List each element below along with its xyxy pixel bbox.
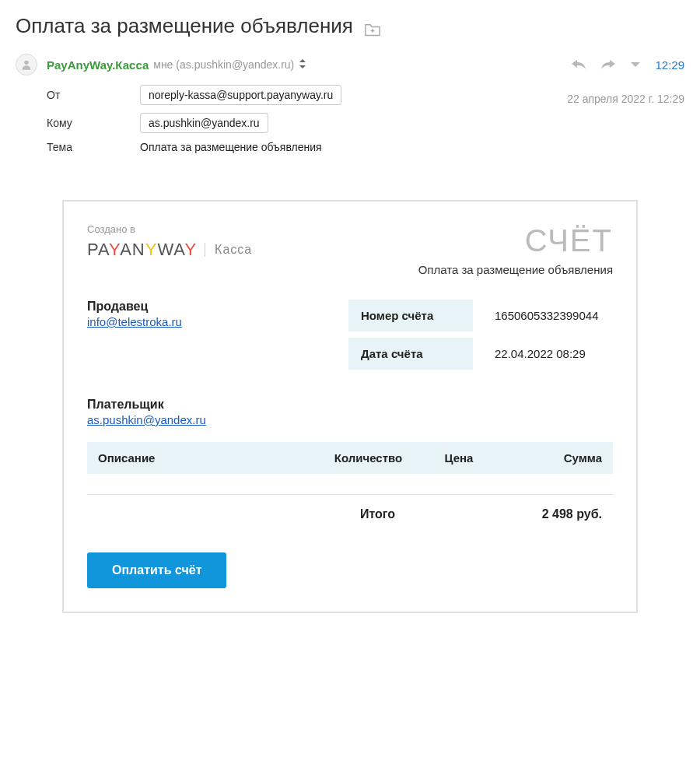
invoice-number-value: 1650605332399044 — [473, 300, 613, 335]
to-label: Кому — [47, 117, 140, 129]
from-label: От — [47, 89, 140, 101]
invoice-card: Создано в PAYANYWAY Касса СЧЁТ Оплата за… — [62, 200, 638, 613]
invoice-date-label: Дата счёта — [348, 335, 473, 370]
sender-name[interactable]: PayAnyWay.Касса — [47, 58, 149, 72]
created-in-label: Создано в — [87, 223, 252, 235]
invoice-title: СЧЁТ — [418, 223, 613, 258]
pay-invoice-button[interactable]: Оплатить счёт — [87, 552, 226, 588]
logo-text: AN — [120, 240, 145, 259]
invoice-date-value: 22.04.2022 08:29 — [473, 335, 613, 370]
add-to-folder-icon[interactable] — [364, 19, 381, 34]
subject-label: Тема — [47, 141, 140, 153]
collapse-toggle-icon[interactable] — [299, 59, 306, 71]
invoice-subtitle: Оплата за размещение объявления — [418, 263, 613, 276]
more-actions-icon[interactable] — [630, 58, 641, 71]
forward-icon[interactable] — [600, 58, 616, 72]
total-value: 2 498 руб. — [542, 507, 602, 521]
total-label: Итого — [360, 507, 395, 521]
payanyway-logo: PAYANYWAY Касса — [87, 240, 252, 260]
page-title: Оплата за размещение объявления — [16, 14, 353, 38]
reply-icon[interactable] — [571, 58, 586, 72]
svg-point-0 — [24, 61, 28, 65]
logo-text: Y — [184, 240, 197, 259]
col-quantity: Количество — [334, 451, 445, 465]
col-sum: Сумма — [523, 451, 602, 465]
col-description: Описание — [98, 451, 334, 465]
items-header-row: Описание Количество Цена Сумма — [87, 442, 613, 474]
col-price: Цена — [445, 451, 523, 465]
from-value[interactable]: noreply-kassa@support.payanyway.ru — [140, 85, 341, 105]
logo-text: PA — [87, 240, 109, 259]
to-value[interactable]: as.pushkin@yandex.ru — [140, 113, 268, 133]
time-label: 12:29 — [655, 58, 684, 72]
logo-sub: Касса — [205, 243, 252, 257]
logo-text: WA — [157, 240, 184, 259]
payer-email-link[interactable]: as.pushkin@yandex.ru — [87, 413, 206, 426]
seller-label: Продавец — [87, 300, 182, 314]
full-date: 22 апреля 2022 г. 12:29 — [567, 93, 684, 105]
seller-email-link[interactable]: info@telestroka.ru — [87, 315, 182, 328]
recipient-summary: мне (as.pushkin@yandex.ru) — [153, 58, 294, 71]
logo-text: Y — [109, 240, 120, 259]
subject-value: Оплата за размещение объявления — [140, 141, 322, 153]
invoice-number-label: Номер счёта — [348, 300, 473, 335]
payer-label: Плательщик — [87, 398, 613, 412]
invoice-meta-table: Номер счёта 1650605332399044 Дата счёта … — [348, 300, 613, 370]
logo-text: Y — [145, 240, 158, 259]
avatar — [16, 54, 37, 75]
